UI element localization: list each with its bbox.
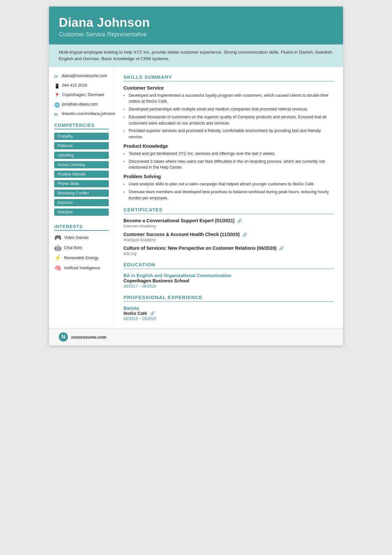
summary-text: Multi-lingual employee looking to help X… bbox=[59, 50, 333, 61]
exp-link-icon[interactable]: 🔗 bbox=[150, 311, 155, 316]
competency-tag: HubSpot bbox=[54, 209, 109, 216]
header-section: Diana Johnson Customer Service Represent… bbox=[49, 7, 343, 44]
skills-bullet-item: Provided superior services and promoted … bbox=[123, 128, 334, 140]
interest-label: Renewable Energy bbox=[64, 256, 99, 260]
phone-icon: 📱 bbox=[54, 83, 60, 89]
skills-bullet-list: Developed and implemented a successful l… bbox=[123, 92, 334, 140]
skills-bullet-list: Used analysis skills to plan out a sales… bbox=[123, 181, 334, 201]
contact-website: 🌐 jonathan-dawa.com bbox=[54, 102, 109, 108]
edu-degree: BA in English and Organizational Communi… bbox=[123, 273, 334, 278]
competency-tag: Intercom bbox=[54, 199, 109, 206]
interest-icon: 🤖 bbox=[54, 244, 61, 251]
interests-list: 🎮Video Games🤖Chat Bots⚡Renewable Energy🧠… bbox=[54, 234, 109, 272]
cert-org: HubSpot Academy bbox=[123, 238, 334, 242]
skills-bullet-list: Tested and got familiarized XYZ Inc. ser… bbox=[123, 151, 334, 171]
cert-link-icon[interactable]: 🔗 bbox=[237, 219, 242, 223]
contact-phone: 📱 044 412 2019 bbox=[54, 83, 109, 89]
contact-location: 📍 Copenhagen, Denmark bbox=[54, 92, 109, 98]
competency-tag: Upselling bbox=[54, 152, 109, 159]
footer-url: novoresume.com bbox=[71, 335, 106, 340]
footer: N novoresume.com bbox=[49, 328, 343, 345]
sidebar: ✉ diana@novoresume.com 📱 044 412 2019 📍 … bbox=[49, 67, 114, 328]
interest-item: 🤖Chat Bots bbox=[54, 244, 109, 251]
interest-item: 🎮Video Games bbox=[54, 234, 109, 241]
skills-bullet-item: Used analysis skills to plan out a sales… bbox=[123, 181, 334, 187]
contact-email: ✉ diana@novoresume.com bbox=[54, 74, 109, 79]
competency-tag: Empathy bbox=[54, 133, 109, 140]
cert-link-icon[interactable]: 🔗 bbox=[279, 246, 284, 251]
cert-org: Intercom Academy bbox=[123, 224, 334, 228]
competency-tag: Resolving Conflict bbox=[54, 190, 109, 197]
certificates-heading: CERTIFICATES bbox=[123, 207, 334, 214]
interest-icon: 🧠 bbox=[54, 264, 61, 272]
email-icon: ✉ bbox=[54, 74, 59, 79]
interests-heading: INTERESTS bbox=[54, 224, 109, 231]
interest-icon: ⚡ bbox=[54, 254, 61, 261]
cert-link-icon[interactable]: 🔗 bbox=[242, 232, 247, 237]
interest-icon: 🎮 bbox=[54, 234, 61, 241]
skills-bullet-item: Oversaw team members and developed best … bbox=[123, 189, 334, 201]
skills-bullet-item: Developed and implemented a successful l… bbox=[123, 92, 334, 105]
skills-content: Customer ServiceDeveloped and implemente… bbox=[123, 85, 334, 201]
competency-tag: Phone Skills bbox=[54, 180, 109, 187]
exp-job-title: Barista bbox=[123, 306, 334, 311]
skills-category-name: Product Knowledge bbox=[123, 143, 334, 149]
cert-org: edx.org bbox=[123, 251, 334, 256]
certificates-content: Become a Conversational Support Expert (… bbox=[123, 218, 334, 256]
competencies-heading: COMPETENCIES bbox=[54, 123, 109, 129]
summary-section: Multi-lingual employee looking to help X… bbox=[49, 44, 343, 67]
main-content: SKILLS SUMMARY Customer ServiceDeveloped… bbox=[114, 67, 343, 328]
education-heading: EDUCATION bbox=[123, 262, 334, 269]
skills-bullet-item: Tested and got familiarized XYZ Inc. ser… bbox=[123, 151, 334, 157]
education-content: BA in English and Organizational Communi… bbox=[123, 273, 334, 289]
edu-school: Copenhagen Business School bbox=[123, 278, 334, 283]
skills-category-name: Customer Service bbox=[123, 85, 334, 91]
competency-tag: Active Listening bbox=[54, 161, 109, 168]
resume-container: Diana Johnson Customer Service Represent… bbox=[49, 7, 343, 345]
competency-tag: Patience bbox=[54, 142, 109, 149]
candidate-title: Customer Service Representative bbox=[59, 31, 333, 38]
website-icon: 🌐 bbox=[54, 102, 60, 108]
experience-heading: PROFESSIONAL EXPERIENCE bbox=[123, 294, 334, 302]
experience-content: Barista5toGo Café 🔗06/2019 – 03/2020 bbox=[123, 306, 334, 321]
skills-category-name: Problem Solving bbox=[123, 174, 334, 179]
logo-icon: N bbox=[59, 332, 68, 342]
linkedin-icon: in bbox=[54, 112, 59, 117]
contact-linkedin: in linkedin.com/in/diana.johnson bbox=[54, 111, 109, 117]
cert-title: Become a Conversational Support Expert (… bbox=[123, 218, 334, 223]
body-section: ✉ diana@novoresume.com 📱 044 412 2019 📍 … bbox=[49, 67, 343, 328]
location-icon: 📍 bbox=[54, 93, 60, 98]
interest-label: Video Games bbox=[64, 235, 89, 240]
exp-date: 06/2019 – 03/2020 bbox=[123, 316, 334, 321]
candidate-name: Diana Johnson bbox=[59, 16, 333, 30]
exp-company: 5toGo Café 🔗 bbox=[123, 311, 334, 316]
skills-bullet-item: Discovered 3 cases where new users can f… bbox=[123, 159, 334, 171]
cert-title: Customer Success & Account Health Check … bbox=[123, 232, 334, 237]
interest-item: ⚡Renewable Energy bbox=[54, 254, 109, 261]
competency-tag: Positive Attitude bbox=[54, 171, 109, 178]
competencies-list: EmpathyPatienceUpsellingActive Listening… bbox=[54, 133, 109, 218]
edu-date: 08/2017 – 06/2020 bbox=[123, 284, 334, 289]
interest-label: Chat Bots bbox=[64, 245, 82, 250]
skills-bullet-item: Developed partnerships with multiple sma… bbox=[123, 106, 334, 112]
interest-item: 🧠Artificial Intelligence bbox=[54, 264, 109, 272]
cert-title: Culture of Services: New Perspective on … bbox=[123, 245, 334, 251]
interest-label: Artificial Intelligence bbox=[64, 266, 100, 270]
skills-bullet-item: Educated thousands of customers on the s… bbox=[123, 114, 334, 126]
skills-heading: SKILLS SUMMARY bbox=[123, 74, 334, 81]
